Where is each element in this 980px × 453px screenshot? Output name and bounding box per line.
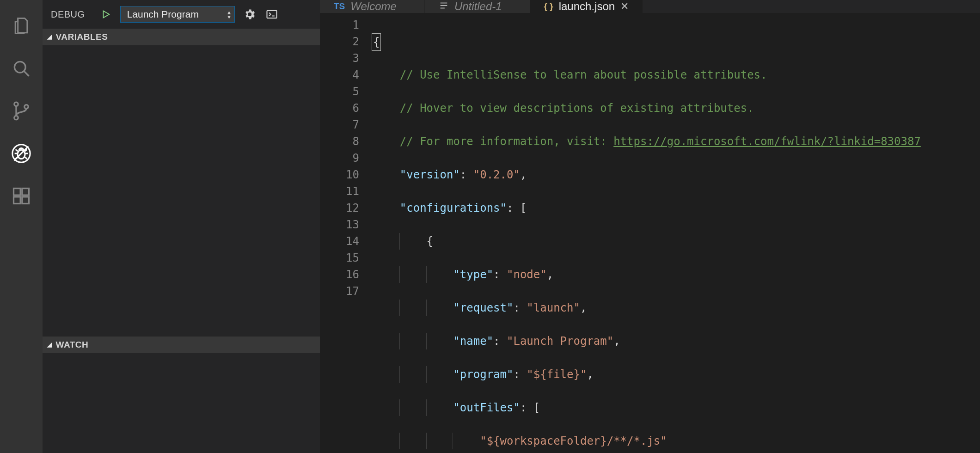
svg-rect-14 [14, 189, 21, 196]
debug-settings-button[interactable] [242, 7, 257, 22]
debug-config-select[interactable]: Launch Program ▴▾ [120, 6, 235, 23]
tab-label: launch.json [559, 0, 615, 13]
line-number: 17 [320, 283, 359, 300]
activity-search[interactable] [0, 47, 43, 90]
line-number: 12 [320, 200, 359, 216]
git-branch-icon [11, 101, 31, 121]
ts-file-icon: TS [334, 1, 345, 12]
files-icon [11, 16, 31, 36]
activity-extensions[interactable] [0, 175, 43, 217]
svg-line-9 [16, 149, 18, 151]
tab-welcome[interactable]: TS Welcome ✕ [320, 0, 425, 13]
json-file-icon: { } [544, 1, 553, 12]
text-file-icon [439, 0, 449, 13]
svg-point-2 [14, 102, 18, 106]
line-number: 4 [320, 67, 359, 83]
debug-sidebar: DEBUG Launch Program ▴▾ [43, 0, 320, 453]
collapse-triangle-icon: ◢ [47, 33, 52, 40]
activity-bar [0, 0, 43, 453]
editor-group: TS Welcome ✕ Untitled-1 ✕ { } launch.jso… [320, 0, 980, 453]
watch-label: WATCH [56, 340, 89, 350]
collapse-triangle-icon: ◢ [47, 341, 52, 348]
line-number: 7 [320, 116, 359, 133]
svg-point-0 [14, 61, 25, 73]
svg-marker-18 [103, 11, 109, 18]
watch-panel-header[interactable]: ◢ WATCH [43, 337, 320, 353]
svg-point-4 [24, 105, 28, 109]
tab-label: Welcome [350, 0, 397, 13]
variables-label: VARIABLES [56, 32, 108, 42]
activity-explorer[interactable] [0, 5, 43, 47]
line-number-gutter: 1 2 3 4 5 6 7 8 9 10 11 12 13 14 15 16 1… [320, 13, 373, 453]
tab-launch-json[interactable]: { } launch.json ✕ [530, 0, 643, 13]
activity-debug[interactable] [0, 132, 43, 175]
extensions-icon [11, 186, 31, 206]
line-number: 3 [320, 50, 359, 67]
code-content[interactable]: { // Use IntelliSense to learn about pos… [373, 13, 980, 453]
line-number: 2 [320, 33, 359, 50]
line-number: 1 [320, 17, 359, 33]
watch-panel-body [43, 353, 320, 453]
tab-close-button[interactable]: ✕ [620, 0, 629, 12]
doc-link[interactable]: https://go.microsoft.com/fwlink/?linkid=… [613, 135, 921, 148]
svg-rect-15 [14, 197, 21, 204]
line-number: 6 [320, 100, 359, 116]
line-number: 11 [320, 183, 359, 200]
variables-panel-body [43, 45, 320, 337]
line-number: 8 [320, 133, 359, 150]
select-chevrons-icon: ▴▾ [227, 10, 231, 19]
line-number: 10 [320, 166, 359, 183]
bug-crossed-icon [11, 143, 32, 164]
variables-panel-header[interactable]: ◢ VARIABLES [43, 29, 320, 45]
search-icon [11, 58, 31, 79]
svg-rect-19 [267, 11, 276, 18]
terminal-icon [265, 8, 278, 21]
debug-console-button[interactable] [264, 7, 279, 22]
svg-rect-17 [22, 189, 29, 196]
svg-point-3 [14, 116, 18, 119]
tab-untitled[interactable]: Untitled-1 ✕ [425, 0, 530, 13]
svg-line-1 [24, 71, 29, 76]
sidebar-title: DEBUG [51, 9, 85, 20]
cursor: { [372, 33, 381, 51]
tab-label: Untitled-1 [454, 0, 502, 13]
line-number: 16 [320, 266, 359, 283]
line-number: 9 [320, 150, 359, 166]
svg-line-12 [25, 157, 27, 159]
debug-config-selected: Launch Program [127, 9, 199, 20]
code-editor[interactable]: 1 2 3 4 5 6 7 8 9 10 11 12 13 14 15 16 1… [320, 13, 980, 453]
line-number: 14 [320, 233, 359, 250]
play-icon [101, 9, 111, 19]
line-number: 13 [320, 216, 359, 233]
gear-icon [243, 8, 256, 21]
start-debug-button[interactable] [99, 7, 113, 21]
debug-header: DEBUG Launch Program ▴▾ [43, 0, 320, 29]
line-number: 15 [320, 250, 359, 266]
svg-rect-16 [22, 197, 29, 204]
line-number: 5 [320, 83, 359, 100]
activity-source-control[interactable] [0, 90, 43, 132]
editor-tabs: TS Welcome ✕ Untitled-1 ✕ { } launch.jso… [320, 0, 980, 13]
